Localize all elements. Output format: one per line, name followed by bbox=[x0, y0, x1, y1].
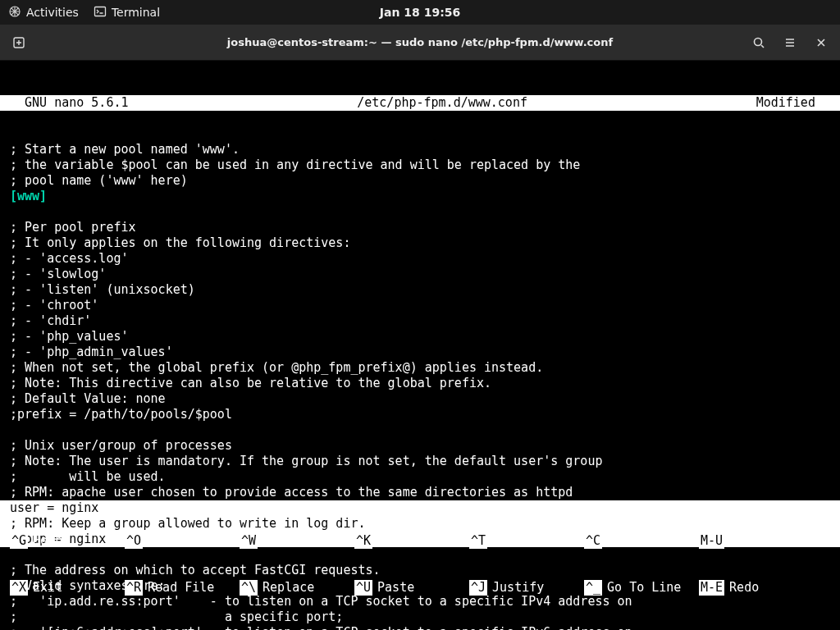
nano-shortcut: ^KCut bbox=[354, 533, 469, 549]
terminal-header-bar: joshua@centos-stream:~ — sudo nano /etc/… bbox=[0, 25, 840, 61]
shortcut-key: ^O bbox=[125, 533, 143, 549]
nano-shortcut: ^RRead File bbox=[125, 580, 240, 596]
shortcut-label: Write Out bbox=[148, 533, 214, 549]
shortcut-key: M-E bbox=[699, 580, 724, 596]
close-button[interactable] bbox=[807, 29, 835, 57]
window-title: joshua@centos-stream:~ — sudo nano /etc/… bbox=[227, 36, 613, 48]
shortcut-key: ^X bbox=[10, 580, 28, 596]
editor-line: ; Unix user/group of processes bbox=[10, 438, 830, 454]
editor-line: ; - 'php_values' bbox=[10, 329, 830, 345]
editor-line: ; - 'access.log' bbox=[10, 251, 830, 267]
editor-line: ; Per pool prefix bbox=[10, 220, 830, 235]
svg-point-7 bbox=[755, 38, 762, 45]
editor-line: ; will be used. bbox=[10, 469, 830, 485]
editor-line: ; - 'slowlog' bbox=[10, 267, 830, 282]
editor-line: ; - 'chroot' bbox=[10, 298, 830, 313]
shortcut-key: ^U bbox=[354, 580, 372, 596]
editor-line bbox=[10, 204, 830, 220]
gnome-top-panel: Activities Terminal Jan 18 19:56 bbox=[0, 0, 840, 25]
shortcut-label: Location bbox=[607, 533, 666, 549]
editor-line: ; the variable $pool can be used in any … bbox=[10, 158, 830, 173]
shortcut-label: Replace bbox=[262, 580, 314, 596]
shortcut-label: Where Is bbox=[262, 533, 322, 549]
editor-line bbox=[10, 422, 830, 438]
shortcut-key: ^R bbox=[125, 580, 143, 596]
nano-shortcut: ^TExecute bbox=[469, 533, 584, 549]
nano-shortcut: ^GHelp bbox=[10, 533, 125, 549]
shortcut-label: Help bbox=[33, 533, 62, 549]
shortcut-label: Justify bbox=[492, 580, 544, 596]
svg-rect-1 bbox=[94, 7, 105, 16]
editor-line: ; Note: The user is mandatory. If the gr… bbox=[10, 454, 830, 469]
editor-line: ; - 'chdir' bbox=[10, 313, 830, 329]
editor-line: [www] bbox=[10, 189, 830, 204]
shortcut-label: Cut bbox=[377, 533, 399, 549]
new-tab-button[interactable] bbox=[5, 29, 33, 57]
shortcut-label: Read File bbox=[148, 580, 214, 596]
app-menu-label: Terminal bbox=[112, 6, 160, 19]
shortcut-label: Redo bbox=[729, 580, 759, 596]
nano-title-bar: GNU nano 5.6.1 /etc/php-fpm.d/www.conf M… bbox=[0, 95, 840, 111]
shortcut-label: Exit bbox=[33, 580, 62, 596]
editor-line: ; - 'listen' (unixsocket) bbox=[10, 282, 830, 298]
editor-line: ; Default Value: none bbox=[10, 391, 830, 407]
nano-shortcut: ^WWhere Is bbox=[240, 533, 354, 549]
nano-shortcut: ^XExit bbox=[10, 580, 125, 596]
activities-label: Activities bbox=[26, 6, 79, 19]
system-tray[interactable] bbox=[809, 6, 832, 19]
nano-shortcut: ^CLocation bbox=[584, 533, 699, 549]
nano-shortcut: ^JJustify bbox=[469, 580, 584, 596]
activities-icon bbox=[8, 5, 21, 21]
editor-line: ; It only applies on the following direc… bbox=[10, 235, 830, 251]
editor-line: ; RPM: apache user chosen to provide acc… bbox=[10, 485, 830, 500]
activities-button[interactable]: Activities bbox=[8, 5, 79, 21]
editor-line: ; - 'php_admin_values' bbox=[10, 345, 830, 360]
nano-shortcut: M-ERedo bbox=[699, 580, 773, 596]
shortcut-label: Execute bbox=[492, 533, 544, 549]
shortcut-key: M-U bbox=[699, 533, 724, 549]
shortcut-key: ^\ bbox=[240, 580, 258, 596]
editor-line: ; Note: This directive can also be relat… bbox=[10, 376, 830, 391]
shortcut-label: Paste bbox=[377, 580, 414, 596]
nano-shortcut-bar: ^GHelp^OWrite Out^WWhere Is^KCut^TExecut… bbox=[10, 502, 830, 627]
shortcut-key: ^T bbox=[469, 533, 487, 549]
editor-line: ;prefix = /path/to/pools/$pool bbox=[10, 407, 830, 422]
app-menu[interactable]: Terminal bbox=[94, 5, 160, 21]
nano-shortcut: ^_Go To Line bbox=[584, 580, 699, 596]
shortcut-key: ^_ bbox=[584, 580, 602, 596]
nano-version: GNU nano 5.6.1 bbox=[10, 95, 129, 111]
terminal-icon bbox=[94, 5, 107, 21]
panel-clock[interactable]: Jan 18 19:56 bbox=[380, 6, 460, 19]
nano-status: Modified bbox=[756, 95, 830, 111]
shortcut-key: ^G bbox=[10, 533, 28, 549]
shortcut-key: ^J bbox=[469, 580, 487, 596]
shortcut-key: ^C bbox=[584, 533, 602, 549]
nano-shortcut: M-UUndo bbox=[699, 533, 773, 549]
editor-line: ; pool name ('www' here) bbox=[10, 173, 830, 189]
hamburger-menu-button[interactable] bbox=[776, 29, 804, 57]
nano-shortcut: ^OWrite Out bbox=[125, 533, 240, 549]
shortcut-label: Go To Line bbox=[607, 580, 681, 596]
editor-line: ; Start a new pool named 'www'. bbox=[10, 142, 830, 158]
shortcut-label: Undo bbox=[729, 533, 759, 549]
nano-file-path: /etc/php-fpm.d/www.conf bbox=[129, 95, 756, 111]
shortcut-key: ^W bbox=[240, 533, 258, 549]
terminal-viewport[interactable]: GNU nano 5.6.1 /etc/php-fpm.d/www.conf M… bbox=[0, 61, 840, 630]
search-button[interactable] bbox=[745, 29, 773, 57]
nano-shortcut: ^\Replace bbox=[240, 580, 354, 596]
nano-shortcut: ^UPaste bbox=[354, 580, 469, 596]
shortcut-key: ^K bbox=[354, 533, 372, 549]
editor-line: ; When not set, the global prefix (or @p… bbox=[10, 360, 830, 376]
